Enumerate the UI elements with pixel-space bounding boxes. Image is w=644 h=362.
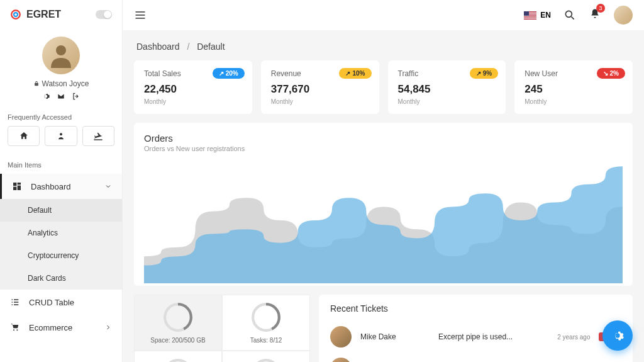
stat-card-2: Traffic 54,845 Monthly ↗ 9% bbox=[388, 60, 506, 114]
stat-period: Monthly bbox=[525, 98, 623, 105]
gauge-label: Tasks: 8/12 bbox=[250, 337, 282, 344]
stat-value: 377,670 bbox=[271, 83, 369, 96]
breadcrumb: Dashboard / Default bbox=[134, 30, 633, 60]
nav-crud[interactable]: CRUD Table bbox=[0, 290, 122, 315]
svg-point-0 bbox=[11, 10, 20, 19]
svg-point-1 bbox=[14, 13, 18, 16]
svg-rect-13 bbox=[524, 17, 536, 18]
logo-icon bbox=[10, 9, 21, 20]
stat-trend-pill: ↗ 10% bbox=[339, 68, 371, 79]
ticket-row[interactable]: Mike Dake Excerpt pipe is used... 2 year… bbox=[330, 321, 621, 353]
stat-period: Monthly bbox=[271, 98, 369, 105]
menu-icon[interactable] bbox=[134, 9, 147, 21]
notification-badge: 3 bbox=[596, 4, 605, 13]
section-frequently: Frequently Accessed bbox=[0, 106, 122, 126]
gear-icon[interactable] bbox=[42, 92, 50, 101]
flag-icon bbox=[524, 11, 536, 20]
gear-icon bbox=[611, 329, 625, 342]
stat-trend-pill: ↗ 20% bbox=[213, 68, 245, 79]
logout-icon[interactable] bbox=[72, 92, 80, 101]
lock-icon bbox=[33, 81, 40, 87]
home-icon bbox=[19, 131, 29, 141]
gauge-2 bbox=[134, 351, 222, 362]
gauge-3 bbox=[222, 351, 310, 362]
trend-icon: ↘ bbox=[603, 70, 608, 77]
gauge-1: Tasks: 8/12 bbox=[222, 295, 310, 351]
gauge-ring-icon bbox=[250, 302, 282, 333]
stat-value: 245 bbox=[525, 83, 623, 96]
section-main: Main Items bbox=[0, 154, 122, 174]
stat-card-1: Revenue 377,670 Monthly ↗ 10% bbox=[261, 60, 379, 114]
trend-icon: ↗ bbox=[476, 70, 481, 77]
stat-trend-pill: ↘ 2% bbox=[597, 68, 625, 79]
svg-point-2 bbox=[56, 45, 66, 55]
app-logo[interactable]: EGRET bbox=[10, 9, 61, 20]
svg-point-16 bbox=[565, 11, 572, 17]
plane-icon bbox=[93, 131, 103, 141]
quick-home-button[interactable] bbox=[8, 126, 40, 146]
svg-rect-14 bbox=[524, 18, 536, 19]
stat-period: Monthly bbox=[398, 98, 496, 105]
person-icon bbox=[56, 131, 66, 141]
trend-icon: ↗ bbox=[219, 70, 224, 77]
quick-plane-button[interactable] bbox=[82, 126, 114, 146]
profile-name: Watson Joyce bbox=[42, 79, 89, 88]
svg-rect-12 bbox=[524, 16, 536, 16]
gauge-ring-icon bbox=[162, 302, 194, 333]
ticket-excerpt: Excerpt pipe is used... bbox=[438, 332, 548, 341]
ticket-time: 2 years ago bbox=[557, 334, 590, 341]
ticket-name: Mike Dake bbox=[360, 332, 430, 341]
ticket-avatar bbox=[330, 326, 352, 348]
chevron-right-icon bbox=[104, 324, 112, 331]
ticket-row[interactable]: Jhone Doe My dashboard is not ... 2 year… bbox=[330, 353, 621, 362]
gauge-label: Space: 200/500 GB bbox=[150, 337, 205, 344]
search-icon[interactable] bbox=[564, 9, 576, 21]
sub-default[interactable]: Default bbox=[0, 199, 122, 222]
notifications-button[interactable]: 3 bbox=[589, 8, 601, 23]
svg-rect-6 bbox=[18, 186, 21, 190]
nav-label: Ecommerce bbox=[29, 323, 72, 332]
quick-profile-button[interactable] bbox=[45, 126, 77, 146]
breadcrumb-current: Default bbox=[197, 42, 225, 52]
sub-analytics[interactable]: Analytics bbox=[0, 222, 122, 244]
svg-rect-15 bbox=[524, 11, 529, 16]
breadcrumb-root[interactable]: Dashboard bbox=[136, 42, 180, 52]
sub-dark-cards[interactable]: Dark Cards bbox=[0, 267, 122, 290]
sub-cryptocurrency[interactable]: Cryptocurrency bbox=[0, 244, 122, 267]
svg-rect-5 bbox=[18, 183, 21, 184]
profile-avatar[interactable] bbox=[42, 37, 80, 74]
nav-ecommerce[interactable]: Ecommerce bbox=[0, 315, 122, 340]
chart-subtitle: Orders vs New user registrations bbox=[144, 145, 623, 152]
app-name: EGRET bbox=[26, 9, 61, 20]
dashboard-icon bbox=[12, 181, 22, 191]
stat-value: 22,450 bbox=[144, 83, 242, 96]
list-icon bbox=[10, 297, 20, 307]
nav-label: CRUD Table bbox=[29, 298, 74, 307]
svg-rect-7 bbox=[13, 187, 16, 190]
gauge-0: Space: 200/500 GB bbox=[134, 295, 222, 351]
chart-title: Orders bbox=[144, 133, 623, 144]
stat-trend-pill: ↗ 9% bbox=[470, 68, 498, 79]
ticket-avatar bbox=[330, 358, 352, 362]
user-avatar[interactable] bbox=[614, 6, 633, 25]
stat-card-0: Total Sales 22,450 Monthly ↗ 20% bbox=[134, 60, 252, 114]
chevron-down-icon bbox=[104, 183, 112, 190]
orders-chart bbox=[144, 157, 623, 283]
tickets-title: Recent Tickets bbox=[330, 303, 621, 314]
trend-icon: ↗ bbox=[345, 70, 350, 77]
svg-point-3 bbox=[60, 133, 62, 135]
nav-label: Dashboard bbox=[31, 182, 71, 191]
mail-icon[interactable] bbox=[57, 92, 65, 101]
language-selector[interactable]: EN bbox=[524, 11, 551, 20]
svg-rect-4 bbox=[13, 183, 16, 186]
stat-value: 54,845 bbox=[398, 83, 496, 96]
theme-toggle[interactable] bbox=[96, 10, 112, 19]
cart-icon bbox=[10, 322, 20, 332]
nav-dashboard[interactable]: Dashboard bbox=[0, 174, 122, 199]
settings-fab[interactable] bbox=[602, 320, 633, 351]
language-label: EN bbox=[540, 11, 551, 20]
stat-period: Monthly bbox=[144, 98, 242, 105]
stat-card-3: New User 245 Monthly ↘ 2% bbox=[514, 60, 633, 114]
